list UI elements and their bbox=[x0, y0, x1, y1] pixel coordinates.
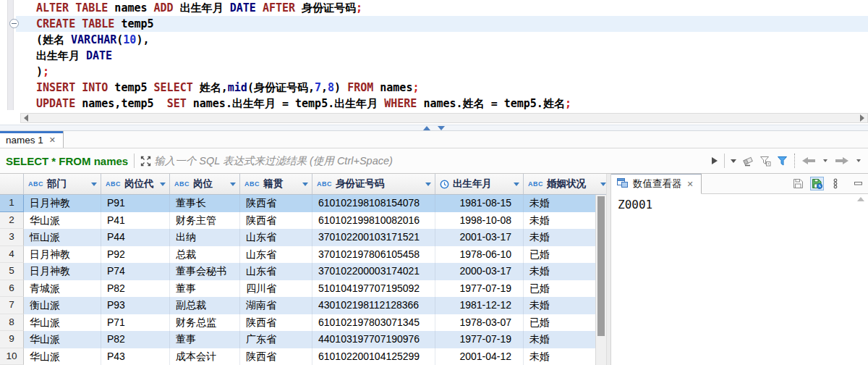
grid-cell[interactable]: 董事 bbox=[170, 280, 240, 298]
row-number[interactable]: 5 bbox=[0, 263, 24, 280]
grid-cell[interactable]: 四川省 bbox=[240, 280, 312, 298]
grid-cell[interactable]: 1977-07-19 bbox=[435, 280, 524, 298]
grid-cell[interactable]: P91 bbox=[101, 195, 170, 212]
prev-page-menu-icon[interactable] bbox=[822, 159, 829, 162]
column-filter-caret-icon[interactable] bbox=[302, 182, 308, 186]
code-line[interactable]: (姓名 VARCHAR(10), bbox=[16, 32, 868, 48]
code-line[interactable]: UPDATE names,temp5 SET names.出生年月 = temp… bbox=[16, 96, 868, 112]
table-row[interactable]: 8华山派P71财务总监陕西省6101021978030713451978-03-… bbox=[0, 314, 606, 332]
row-number[interactable]: 6 bbox=[0, 280, 24, 298]
grid-cell[interactable]: 华山派 bbox=[24, 212, 101, 230]
grid-cell[interactable]: 财务总监 bbox=[170, 314, 240, 332]
grid-cell[interactable]: 370102197806105458 bbox=[312, 246, 435, 264]
remove-filter-icon[interactable] bbox=[760, 156, 771, 167]
auto-save-value-icon[interactable] bbox=[810, 177, 824, 190]
row-number[interactable]: 10 bbox=[0, 348, 24, 365]
grid-cell[interactable]: 财务主管 bbox=[170, 212, 240, 230]
expand-down-icon[interactable] bbox=[438, 126, 445, 130]
next-page-menu-icon[interactable] bbox=[855, 159, 862, 162]
grid-cell[interactable]: 日月神教 bbox=[24, 195, 101, 212]
code-line[interactable]: ALTER TABLE names ADD 出生年月 DATE AFTER 身份… bbox=[16, 0, 868, 16]
code-area[interactable]: ALTER TABLE names ADD 出生年月 DATE AFTER 身份… bbox=[0, 0, 868, 112]
row-number[interactable]: 8 bbox=[0, 314, 24, 332]
scroll-left-icon[interactable] bbox=[24, 114, 28, 122]
tab-value-viewer[interactable]: 数值查看器 ✕ bbox=[611, 174, 702, 194]
table-row[interactable]: 2华山派P41财务主管陕西省6101021998100820161998-10-… bbox=[0, 212, 606, 230]
column-header[interactable]: 出生年月 bbox=[435, 174, 524, 194]
grid-cell[interactable]: 陕西省 bbox=[240, 195, 312, 212]
column-header[interactable]: ABC岗位代 bbox=[101, 174, 170, 194]
grid-cell[interactable]: 广东省 bbox=[240, 331, 312, 348]
table-row[interactable]: 10华山派P43成本会计陕西省6101022001041252992001-04… bbox=[0, 348, 606, 365]
grid-cell[interactable]: 未婚 bbox=[524, 297, 606, 314]
grid-cell[interactable]: 华山派 bbox=[24, 331, 101, 348]
save-value-icon[interactable] bbox=[791, 177, 805, 190]
grid-cell[interactable]: 出纳 bbox=[170, 229, 240, 246]
tab-names-1[interactable]: names 1 ✕ bbox=[0, 131, 64, 148]
column-header[interactable]: ABC岗位 bbox=[170, 174, 240, 194]
grid-cell[interactable]: 未婚 bbox=[524, 212, 606, 230]
execute-filter-icon[interactable] bbox=[711, 156, 718, 165]
column-filter-caret-icon[interactable] bbox=[514, 182, 519, 186]
row-number[interactable]: 1 bbox=[0, 195, 24, 212]
grid-cell[interactable]: 未婚 bbox=[524, 229, 606, 246]
grid-cell[interactable]: 日月神教 bbox=[24, 246, 101, 264]
grid-cell[interactable]: 2001-03-17 bbox=[435, 229, 524, 246]
grid-cell[interactable]: 370102200103171521 bbox=[312, 229, 435, 246]
row-number[interactable]: 7 bbox=[0, 297, 24, 314]
row-number[interactable]: 2 bbox=[0, 212, 24, 230]
code-line[interactable]: INSERT INTO temp5 SELECT 姓名,mid(身份证号码,7,… bbox=[16, 80, 868, 96]
row-number[interactable]: 3 bbox=[0, 229, 24, 246]
grid-cell[interactable]: 1981-12-12 bbox=[435, 297, 524, 314]
grid-cell[interactable]: 未婚 bbox=[524, 348, 606, 365]
column-filter-caret-icon[interactable] bbox=[230, 182, 236, 186]
erase-filter-icon[interactable] bbox=[742, 156, 754, 167]
filter-history-icon[interactable] bbox=[731, 159, 736, 163]
grid-cell[interactable]: P74 bbox=[101, 263, 170, 280]
fold-collapse-icon[interactable] bbox=[9, 19, 19, 28]
grid-cell[interactable]: 610102197803071345 bbox=[312, 314, 435, 332]
grid-cell[interactable]: 已婚 bbox=[524, 246, 606, 264]
grid-cell[interactable]: 衡山派 bbox=[24, 297, 101, 314]
column-filter-caret-icon[interactable] bbox=[160, 182, 166, 186]
minimize-panel-icon[interactable] bbox=[853, 180, 864, 187]
grid-cell[interactable]: 1978-06-10 bbox=[435, 246, 524, 264]
column-header[interactable]: ABC部门 bbox=[24, 174, 101, 194]
grid-cell[interactable]: P92 bbox=[101, 246, 170, 264]
grid-cell[interactable]: P43 bbox=[101, 348, 170, 365]
code-line[interactable]: CREATE TABLE temp5 bbox=[16, 16, 868, 32]
grid-cell[interactable]: P44 bbox=[101, 229, 170, 246]
column-filter-caret-icon[interactable] bbox=[91, 182, 97, 186]
next-page-icon[interactable] bbox=[835, 156, 849, 165]
custom-filter-expand-icon[interactable] bbox=[140, 156, 151, 167]
grid-cell[interactable]: 2001-04-12 bbox=[435, 348, 524, 365]
code-line[interactable]: 出生年月 DATE bbox=[16, 48, 868, 64]
grid-cell[interactable]: 陕西省 bbox=[240, 314, 312, 332]
panel-splitter[interactable] bbox=[606, 174, 611, 365]
grid-cell[interactable]: 已婚 bbox=[524, 314, 606, 332]
grid-cell[interactable]: 1981-08-15 bbox=[435, 195, 524, 212]
row-number[interactable]: 9 bbox=[0, 331, 24, 348]
grid-cell[interactable]: 山东省 bbox=[240, 229, 312, 246]
grid-cell[interactable]: 1977-07-19 bbox=[435, 331, 524, 348]
grid-cell[interactable]: P41 bbox=[101, 212, 170, 230]
grid-cell[interactable]: 山东省 bbox=[240, 263, 312, 280]
value-viewer-content[interactable]: Z0001 bbox=[611, 194, 868, 365]
grid-cell[interactable]: 副总裁 bbox=[170, 297, 240, 314]
grid-cell[interactable]: 610102198108154078 bbox=[312, 195, 435, 212]
collapse-up-icon[interactable] bbox=[423, 126, 430, 130]
grid-vscrollbar[interactable] bbox=[595, 195, 606, 365]
grid-cell[interactable]: 陕西省 bbox=[240, 348, 312, 365]
column-filter-caret-icon[interactable] bbox=[425, 182, 431, 186]
grid-cell[interactable]: 董事长 bbox=[170, 195, 240, 212]
grid-cell[interactable]: 1998-10-08 bbox=[435, 212, 524, 230]
filter-enabled-icon[interactable] bbox=[777, 156, 788, 167]
grid-cell[interactable]: 华山派 bbox=[24, 348, 101, 365]
grid-cell[interactable]: 2000-03-17 bbox=[435, 263, 524, 280]
grid-cell[interactable]: 430102198112128366 bbox=[312, 297, 435, 314]
grid-cell[interactable]: 未婚 bbox=[524, 263, 606, 280]
grid-cell[interactable]: 山东省 bbox=[240, 246, 312, 264]
row-number-header[interactable] bbox=[0, 174, 24, 194]
grid-cell[interactable]: 1978-03-07 bbox=[435, 314, 524, 332]
editor-results-splitter[interactable] bbox=[0, 125, 868, 131]
